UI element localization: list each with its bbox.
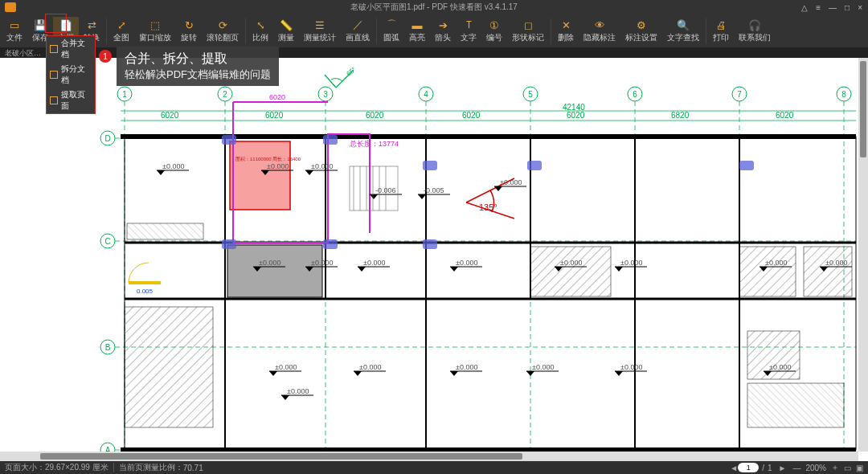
- toolbar-删除[interactable]: ✕删除: [553, 17, 579, 45]
- page-prev-icon[interactable]: ◄: [730, 464, 738, 472]
- svg-marker-133: [526, 371, 534, 376]
- merge-icon: [50, 45, 58, 53]
- svg-text:6020: 6020: [269, 93, 285, 101]
- vertical-scrollbar[interactable]: [858, 58, 868, 452]
- svg-text:4: 4: [424, 90, 428, 99]
- page-next-icon[interactable]: ►: [779, 464, 787, 472]
- toolbar-滚轮翻页[interactable]: ⟳滚轮翻页: [202, 17, 244, 45]
- star-icon[interactable]: △: [799, 3, 810, 12]
- svg-text:面积：11100000
周长：16400: 面积：11100000 周长：16400: [235, 157, 301, 161]
- horizontal-scrollbar[interactable]: [0, 452, 858, 461]
- toolbar-icon: ⌒: [384, 18, 399, 31]
- toolbar-测量统计[interactable]: ☰测量统计: [299, 17, 341, 45]
- svg-rect-65: [323, 135, 338, 145]
- minimize-button[interactable]: —: [826, 3, 839, 12]
- toolbar-打印[interactable]: 🖨打印: [708, 17, 734, 45]
- svg-text:6020: 6020: [161, 111, 179, 120]
- fit-width-icon[interactable]: ▭: [844, 464, 851, 472]
- toolbar-文字查找[interactable]: 🔍文字查找: [662, 17, 704, 45]
- svg-text:8: 8: [841, 90, 846, 99]
- svg-text:3: 3: [323, 90, 328, 99]
- svg-rect-57: [230, 141, 290, 210]
- page-total: 1: [768, 464, 772, 472]
- drawing-canvas[interactable]: 12345678 DCBA 面积：1110000: [0, 58, 868, 461]
- toolbar-icon: ▭: [7, 18, 22, 31]
- svg-text:±0.000: ±0.000: [620, 363, 642, 371]
- svg-text:±0.000: ±0.000: [287, 387, 309, 395]
- toolbar-隐藏标注[interactable]: 👁隐藏标注: [579, 17, 620, 45]
- svg-rect-50: [530, 247, 611, 296]
- svg-marker-91: [370, 194, 378, 199]
- svg-rect-66: [423, 161, 437, 170]
- toolbar-icon: 🎧: [747, 18, 762, 31]
- toolbar-编号[interactable]: ①编号: [481, 17, 507, 45]
- zoom-level: 200%: [805, 464, 826, 472]
- svg-marker-127: [354, 371, 362, 376]
- toolbar-icon: 👁: [592, 18, 607, 31]
- page-input[interactable]: [738, 463, 759, 472]
- svg-text:±0.000: ±0.000: [259, 259, 280, 267]
- toolbar-旋转[interactable]: ↻旋转: [176, 17, 202, 45]
- toolbar-箭头[interactable]: ➔箭头: [430, 17, 456, 45]
- svg-text:±0.000: ±0.000: [560, 259, 582, 267]
- svg-text:2: 2: [223, 90, 227, 99]
- scale-label: 当前页测量比例：: [119, 462, 183, 473]
- svg-text:6020: 6020: [567, 111, 585, 120]
- svg-rect-67: [527, 161, 542, 170]
- toolbar-icon: ⟳: [215, 18, 230, 31]
- feature-callout: 1 合并、拆分、提取 轻松解决PDF文档编辑难的问题: [99, 47, 279, 86]
- toolbar-标注设置[interactable]: ⚙标注设置: [620, 17, 662, 45]
- toolbar-文字[interactable]: Ｔ文字: [456, 17, 481, 45]
- svg-text:7: 7: [737, 90, 742, 99]
- toolbar-画直线[interactable]: ／画直线: [341, 17, 375, 45]
- toolbar-icon: ⤢: [114, 18, 129, 31]
- maximize-button[interactable]: □: [842, 3, 852, 12]
- toolbar-全图[interactable]: ⤢全图: [108, 17, 134, 45]
- zoom-in-button[interactable]: ＋: [831, 462, 839, 473]
- dropdown-merge[interactable]: 合并文档: [47, 36, 95, 62]
- main-toolbar: ▭文件💾保存📄文档⇄转换⤢全图⬚窗口缩放↻旋转⟳滚轮翻页⤡比例📏测量☰测量统计／…: [0, 14, 868, 48]
- toolbar-icon: ✕: [559, 18, 573, 31]
- close-button[interactable]: ×: [855, 3, 865, 12]
- zoom-out-button[interactable]: —: [792, 464, 800, 472]
- svg-text:±0.000: ±0.000: [363, 259, 385, 267]
- svg-rect-51: [739, 247, 796, 296]
- svg-text:±0.000: ±0.000: [359, 363, 381, 371]
- svg-marker-94: [418, 194, 426, 199]
- dropdown-extract[interactable]: 提取页面: [47, 88, 95, 113]
- svg-rect-55: [127, 223, 203, 239]
- fit-page-icon[interactable]: ▣: [856, 464, 863, 472]
- svg-rect-54: [747, 383, 844, 427]
- svg-text:±0.000: ±0.000: [825, 259, 847, 267]
- svg-text:总长度：13774: 总长度：13774: [349, 140, 399, 148]
- svg-text:±0.000: ±0.000: [162, 162, 184, 170]
- toolbar-icon: ①: [487, 18, 502, 31]
- toolbar-icon: 📄: [59, 18, 73, 31]
- svg-rect-64: [222, 135, 236, 145]
- svg-marker-115: [615, 267, 623, 272]
- scale-value: 70.71: [183, 464, 203, 472]
- toolbar-icon: ⇄: [84, 18, 99, 31]
- toolbar-icon: ➔: [436, 18, 450, 31]
- svg-marker-109: [450, 267, 458, 272]
- svg-text:±0.000: ±0.000: [765, 259, 787, 267]
- callout-badge: 1: [99, 50, 112, 63]
- title-bar: 老破小区平面图1.pdf - PDF 快速看图 v3.4.1.17 △ ≡ — …: [0, 0, 868, 14]
- menu-icon[interactable]: ≡: [813, 3, 823, 12]
- toolbar-高亮[interactable]: ▬高亮: [404, 17, 430, 45]
- page-size-label: 页面大小：: [5, 462, 45, 473]
- svg-text:±0.000: ±0.000: [311, 259, 333, 267]
- dropdown-split[interactable]: 拆分文档: [47, 62, 95, 88]
- toolbar-测量[interactable]: 📏测量: [273, 17, 299, 45]
- toolbar-比例[interactable]: ⤡比例: [248, 17, 273, 45]
- document-tab[interactable]: 老破小区…: [5, 48, 41, 59]
- toolbar-圆弧[interactable]: ⌒圆弧: [379, 17, 404, 45]
- status-bar: 页面大小： 29.67×20.99 厘米 当前页测量比例： 70.71 ◄ / …: [0, 461, 868, 474]
- toolbar-窗口缩放[interactable]: ⬚窗口缩放: [134, 17, 176, 45]
- toolbar-文件[interactable]: ▭文件: [2, 17, 27, 45]
- svg-text:±0.000: ±0.000: [456, 259, 477, 267]
- toolbar-形状标记[interactable]: ◻形状标记: [507, 17, 549, 45]
- svg-text:65°: 65°: [346, 66, 358, 78]
- toolbar-联系我们[interactable]: 🎧联系我们: [734, 17, 776, 45]
- svg-text:6020: 6020: [462, 111, 481, 120]
